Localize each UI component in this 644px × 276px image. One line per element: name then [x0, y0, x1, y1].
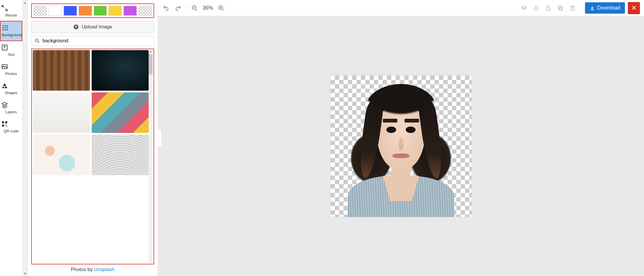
swatch-blue[interactable]	[64, 6, 77, 16]
photo-credit: Photos by Unsplash	[31, 264, 154, 273]
app-root: Resize Background Text Photos Shapes	[0, 0, 644, 276]
upload-icon	[73, 24, 79, 30]
qr-icon	[1, 120, 21, 127]
canvas-area: 36%	[158, 0, 644, 276]
background-panel: Upload Image ▲ Photos by Unsplas	[28, 0, 158, 276]
droplet-icon[interactable]	[532, 4, 540, 12]
unlock-icon[interactable]	[544, 4, 552, 12]
rail-item-layers[interactable]: Layers	[0, 98, 22, 118]
rail-scrollbar[interactable]: ▲ ▼	[23, 0, 28, 276]
svg-point-1	[5, 25, 6, 26]
svg-rect-18	[6, 126, 7, 127]
separator	[229, 4, 230, 12]
svg-rect-25	[558, 6, 562, 9]
rail-label: QR code	[4, 129, 19, 133]
rail-item-background[interactable]: Background	[0, 21, 22, 41]
svg-point-2	[7, 25, 8, 26]
rail-item-qrcode[interactable]: QR code	[0, 118, 22, 137]
swatch-orange[interactable]	[79, 6, 92, 16]
layers-tool-icon[interactable]	[520, 4, 528, 12]
search-icon	[34, 38, 40, 44]
canvas-frame[interactable]	[330, 75, 472, 217]
background-thumbs	[33, 50, 149, 263]
svg-point-7	[5, 29, 6, 30]
svg-point-5	[7, 27, 8, 28]
grid-icon	[2, 24, 21, 31]
redo-button[interactable]	[174, 4, 182, 12]
canvas-viewport[interactable]	[158, 16, 644, 276]
separator	[581, 4, 581, 12]
svg-point-8	[7, 29, 8, 30]
scroll-up-icon[interactable]: ▲	[149, 50, 153, 54]
thumb-white-brick[interactable]	[33, 92, 90, 133]
photos-icon	[1, 63, 21, 70]
thumb-diagonal-stripes[interactable]	[92, 92, 149, 133]
left-rail: Resize Background Text Photos Shapes	[0, 0, 23, 276]
separator	[186, 4, 187, 12]
top-toolbar: 36%	[158, 0, 644, 16]
svg-point-3	[3, 27, 4, 28]
shapes-icon	[1, 82, 21, 89]
thumb-dark-clouds[interactable]	[92, 50, 149, 91]
swatch-yellow[interactable]	[108, 6, 122, 16]
svg-rect-14	[2, 121, 4, 123]
zoom-out-button[interactable]	[191, 4, 199, 12]
rail-label: Resize	[5, 13, 17, 17]
color-swatch-row	[31, 3, 154, 18]
swatch-white[interactable]	[49, 6, 62, 16]
scroll-down-icon[interactable]: ▼	[23, 271, 27, 276]
resize-icon	[1, 5, 21, 12]
svg-rect-17	[5, 125, 6, 125]
rail-item-shapes[interactable]: Shapes	[0, 79, 22, 98]
trash-icon[interactable]	[569, 4, 577, 12]
thumb-abstract-waves[interactable]	[92, 135, 149, 175]
rail-item-text[interactable]: Text	[0, 41, 22, 60]
svg-point-0	[3, 25, 4, 26]
thumb-watercolor-marble[interactable]	[33, 135, 90, 175]
thumb-wood-planks[interactable]	[33, 50, 90, 91]
layers-icon	[1, 101, 21, 108]
close-icon: ✕	[631, 4, 636, 12]
svg-rect-23	[547, 8, 550, 10]
rail-item-resize[interactable]: Resize	[0, 2, 22, 21]
duplicate-icon[interactable]	[556, 4, 564, 12]
upload-image-button[interactable]: Upload Image	[31, 21, 154, 33]
svg-rect-15	[5, 121, 7, 123]
rail-label: Photos	[5, 72, 17, 76]
swatch-custom[interactable]	[139, 6, 152, 16]
download-button[interactable]: Download	[585, 2, 625, 14]
swatch-transparent[interactable]	[34, 6, 47, 16]
scroll-thumb[interactable]	[149, 54, 153, 74]
svg-rect-24	[559, 7, 562, 10]
search-input[interactable]	[43, 38, 151, 44]
thumbs-highlight: ▲	[31, 49, 154, 264]
scroll-up-icon[interactable]: ▲	[23, 0, 27, 5]
svg-point-6	[3, 29, 4, 30]
svg-point-12	[2, 87, 4, 88]
rail-label: Layers	[5, 110, 17, 114]
rail-label: Text	[8, 52, 15, 57]
zoom-in-button[interactable]	[217, 4, 225, 12]
credit-link[interactable]: Unsplash	[94, 267, 115, 272]
zoom-level[interactable]: 36%	[203, 5, 213, 11]
swatch-purple[interactable]	[123, 6, 137, 16]
svg-point-4	[5, 27, 6, 28]
swatch-green[interactable]	[94, 6, 107, 16]
svg-rect-13	[5, 87, 7, 88]
canvas-subject-portrait[interactable]	[340, 75, 462, 217]
search-wrapper	[31, 36, 154, 46]
close-button[interactable]: ✕	[628, 2, 640, 14]
svg-point-20	[35, 39, 38, 42]
rail-item-photos[interactable]: Photos	[0, 60, 22, 79]
download-icon	[590, 6, 595, 11]
text-icon	[1, 44, 21, 51]
credit-prefix: Photos by	[71, 267, 94, 272]
upload-label: Upload Image	[82, 24, 112, 30]
svg-marker-11	[3, 83, 6, 86]
rail-label: Shapes	[5, 91, 17, 95]
undo-button[interactable]	[162, 4, 170, 12]
thumbs-scrollbar[interactable]: ▲	[149, 50, 153, 263]
download-label: Download	[597, 5, 620, 11]
panel-collapse-handle[interactable]: ‹	[158, 129, 162, 147]
rail-label: Background	[2, 33, 22, 37]
